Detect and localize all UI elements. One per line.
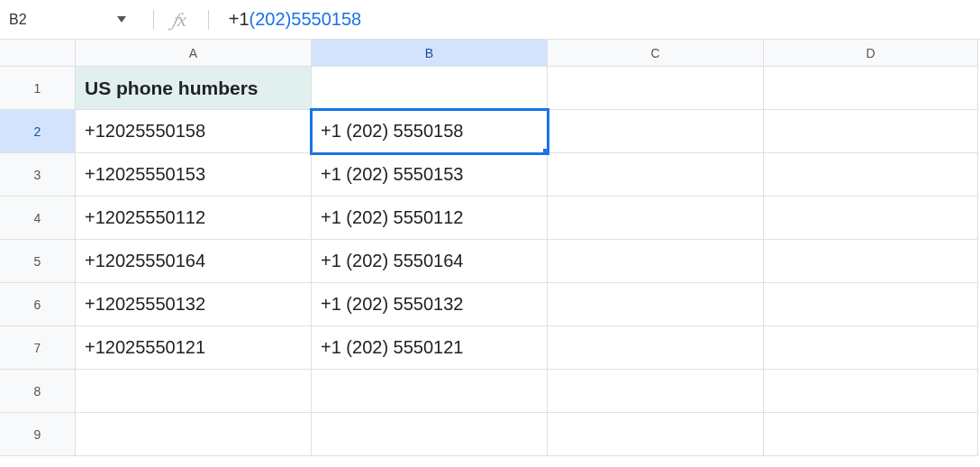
column-header-A[interactable]: A xyxy=(76,40,312,67)
formula-token: +1 xyxy=(229,9,250,30)
cell-D1[interactable] xyxy=(764,67,978,110)
column-header-D[interactable]: D xyxy=(764,40,978,67)
cell-D6[interactable] xyxy=(764,283,978,326)
dropdown-icon[interactable] xyxy=(117,16,126,23)
row: 7+12025550121+1 (202) 5550121 xyxy=(0,326,980,370)
cell-B9[interactable] xyxy=(312,413,548,456)
cell-C8[interactable] xyxy=(548,370,764,413)
row: 4+12025550112+1 (202) 5550112 xyxy=(0,197,980,240)
cell-A9[interactable] xyxy=(76,413,312,456)
cell-C5[interactable] xyxy=(548,240,764,283)
cell-D8[interactable] xyxy=(764,370,978,413)
row-header-7[interactable]: 7 xyxy=(0,326,76,370)
row: 1US phone humbers xyxy=(0,67,980,110)
row-header-2[interactable]: 2 xyxy=(0,110,76,153)
cell-B2[interactable]: +1 (202) 5550158 xyxy=(312,110,548,153)
formula-bar: B2 𝑓x +1 (202) 5550158 xyxy=(0,0,980,40)
cell-B4[interactable]: +1 (202) 5550112 xyxy=(312,197,548,240)
cell-B7[interactable]: +1 (202) 5550121 xyxy=(312,326,548,370)
column-header-B[interactable]: B xyxy=(312,40,548,67)
cell-C9[interactable] xyxy=(548,413,764,456)
cell-D2[interactable] xyxy=(764,110,978,153)
cell-D5[interactable] xyxy=(764,240,978,283)
cell-D4[interactable] xyxy=(764,197,978,240)
cell-C4[interactable] xyxy=(548,197,764,240)
formula-token: 202 xyxy=(255,9,285,30)
name-box[interactable]: B2 xyxy=(9,12,135,28)
column-header-C[interactable]: C xyxy=(548,40,764,67)
cell-A5[interactable]: +12025550164 xyxy=(76,240,312,283)
row-header-6[interactable]: 6 xyxy=(0,283,76,326)
row-header-8[interactable]: 8 xyxy=(0,370,76,413)
cell-C6[interactable] xyxy=(548,283,764,326)
cell-A3[interactable]: +12025550153 xyxy=(76,153,312,197)
cell-A1[interactable]: US phone humbers xyxy=(76,67,312,110)
spreadsheet-grid[interactable]: ABCD 1US phone humbers2+12025550158+1 (2… xyxy=(0,40,980,456)
name-box-value: B2 xyxy=(9,12,27,28)
row-header-5[interactable]: 5 xyxy=(0,240,76,283)
cell-B1[interactable] xyxy=(312,67,548,110)
row-header-4[interactable]: 4 xyxy=(0,197,76,240)
fill-handle[interactable] xyxy=(543,149,548,153)
formula-token: 5550158 xyxy=(291,9,361,30)
formula-token: ( xyxy=(250,9,256,30)
row: 8 xyxy=(0,370,980,413)
row-header-9[interactable]: 9 xyxy=(0,413,76,456)
divider xyxy=(153,10,154,30)
cell-B8[interactable] xyxy=(312,370,548,413)
row-header-3[interactable]: 3 xyxy=(0,153,76,197)
cell-C1[interactable] xyxy=(548,67,764,110)
cell-A7[interactable]: +12025550121 xyxy=(76,326,312,370)
row: 2+12025550158+1 (202) 5550158 xyxy=(0,110,980,153)
cell-B6[interactable]: +1 (202) 5550132 xyxy=(312,283,548,326)
cell-C3[interactable] xyxy=(548,153,764,197)
formula-input[interactable]: +1 (202) 5550158 xyxy=(229,9,361,30)
formula-token: ) xyxy=(286,9,292,30)
row: 3+12025550153+1 (202) 5550153 xyxy=(0,153,980,197)
row: 6+12025550132+1 (202) 5550132 xyxy=(0,283,980,326)
cell-C2[interactable] xyxy=(548,110,764,153)
fx-icon: 𝑓x xyxy=(172,8,186,32)
cell-D9[interactable] xyxy=(764,413,978,456)
row: 9 xyxy=(0,413,980,456)
cell-B5[interactable]: +1 (202) 5550164 xyxy=(312,240,548,283)
row-header-1[interactable]: 1 xyxy=(0,67,76,110)
row: 5+12025550164+1 (202) 5550164 xyxy=(0,240,980,283)
cell-A2[interactable]: +12025550158 xyxy=(76,110,312,153)
cell-D7[interactable] xyxy=(764,326,978,370)
select-all-corner[interactable] xyxy=(0,40,76,67)
divider xyxy=(208,10,209,30)
cell-B3[interactable]: +1 (202) 5550153 xyxy=(312,153,548,197)
cell-A8[interactable] xyxy=(76,370,312,413)
cell-A6[interactable]: +12025550132 xyxy=(76,283,312,326)
cell-C7[interactable] xyxy=(548,326,764,370)
cell-D3[interactable] xyxy=(764,153,978,197)
cell-A4[interactable]: +12025550112 xyxy=(76,197,312,240)
